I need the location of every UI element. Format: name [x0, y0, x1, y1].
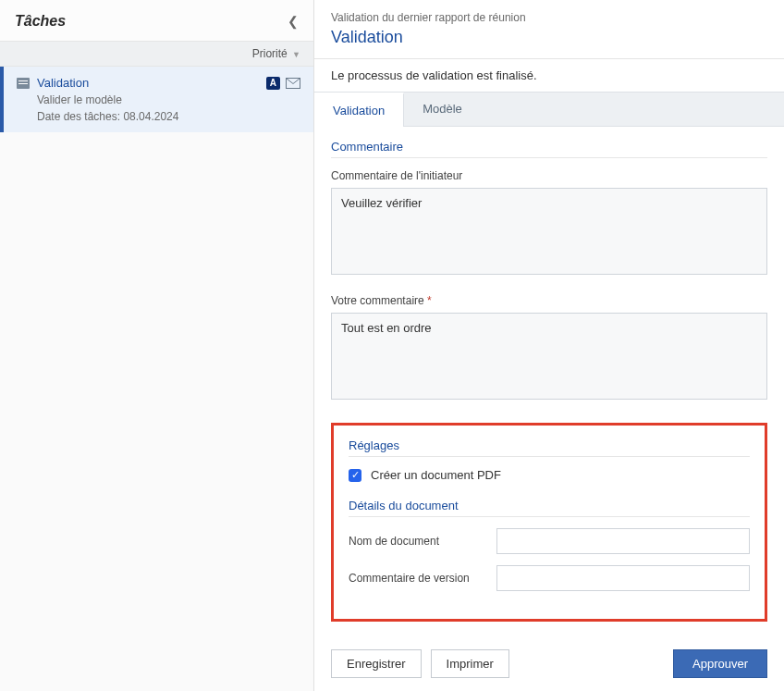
section-doc-details: Détails du document	[349, 499, 750, 517]
your-comment-field[interactable]: Tout est en ordre	[331, 313, 767, 400]
doc-name-row: Nom de document	[349, 528, 750, 554]
priority-sort[interactable]: Priorité ▼	[0, 41, 313, 67]
form-icon	[17, 78, 30, 89]
mail-icon[interactable]	[286, 78, 300, 89]
main-panel: Validation du dernier rapport de réunion…	[314, 0, 784, 691]
tab-modele[interactable]: Modèle	[404, 93, 481, 126]
section-reglages: Réglages	[349, 438, 750, 457]
collapse-chevron-icon[interactable]: ❮	[288, 14, 299, 29]
tasks-title: Tâches	[15, 13, 66, 30]
print-button[interactable]: Imprimer	[431, 649, 509, 678]
version-comment-row: Commentaire de version	[349, 565, 750, 591]
content-area: Commentaire Commentaire de l'initiateur …	[314, 127, 784, 638]
tasks-panel: Tâches ❮ Priorité ▼ Validation A Valider…	[0, 0, 314, 691]
task-item-right: A	[266, 77, 300, 90]
version-comment-input[interactable]	[496, 565, 750, 591]
priority-badge: A	[266, 77, 280, 90]
highlighted-settings-box: Réglages ✓ Créer un document PDF Détails…	[331, 423, 767, 622]
sort-caret-icon: ▼	[292, 50, 300, 59]
tasks-header: Tâches ❮	[0, 0, 313, 41]
footer-left: Enregistrer Imprimer	[331, 649, 509, 678]
task-name: Validation	[37, 76, 89, 90]
create-pdf-checkbox[interactable]: ✓	[349, 469, 361, 482]
save-button[interactable]: Enregistrer	[331, 649, 422, 678]
tabs: Validation Modèle	[314, 92, 784, 127]
create-pdf-row[interactable]: ✓ Créer un document PDF	[349, 468, 750, 482]
breadcrumb: Validation du dernier rapport de réunion	[314, 0, 784, 26]
task-date: Date des tâches: 08.04.2024	[37, 110, 300, 123]
status-text: Le processus de validation est finalisé.	[314, 58, 784, 92]
approve-button[interactable]: Approuver	[673, 649, 767, 678]
task-item-top: Validation A	[17, 76, 300, 90]
doc-name-input[interactable]	[496, 528, 750, 554]
page-title: Validation	[314, 26, 784, 58]
initiator-comment-label: Commentaire de l'initiateur	[331, 169, 767, 182]
priority-label: Priorité	[252, 47, 288, 60]
task-subtitle: Valider le modèle	[37, 93, 300, 106]
task-item[interactable]: Validation A Valider le modèle Date des …	[0, 67, 313, 132]
your-comment-label: Votre commentaire *	[331, 294, 767, 307]
initiator-comment-field: Veuillez vérifier	[331, 188, 767, 275]
version-comment-label: Commentaire de version	[349, 572, 487, 585]
task-item-left: Validation	[17, 76, 89, 90]
tab-validation[interactable]: Validation	[314, 93, 404, 127]
create-pdf-label: Créer un document PDF	[371, 468, 501, 482]
footer-actions: Enregistrer Imprimer Approuver	[314, 638, 784, 691]
doc-name-label: Nom de document	[349, 535, 487, 548]
section-commentaire: Commentaire	[331, 140, 767, 158]
